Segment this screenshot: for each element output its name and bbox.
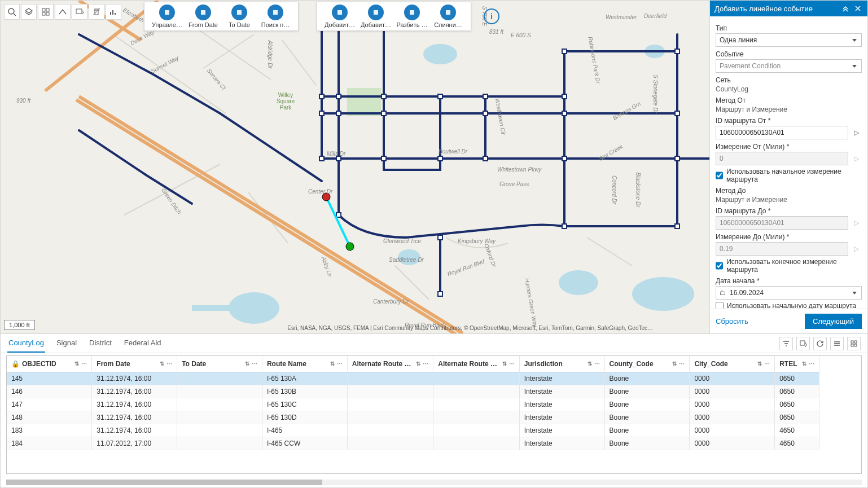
grid-selection-button[interactable]	[796, 337, 810, 350]
column-menu-icon[interactable]: ⋯	[423, 360, 428, 367]
horizontal-scrollbar[interactable]	[6, 480, 862, 485]
col-header[interactable]: Alternate Route …⇅⋯	[347, 356, 433, 372]
toolbar-filter[interactable]: From Date	[185, 5, 221, 28]
search-button[interactable]	[4, 4, 20, 20]
toolbar-search-plus[interactable]: Поиск п…	[257, 5, 293, 28]
panel-title: Добавить линейное событие	[714, 5, 813, 13]
svg-rect-52	[237, 10, 242, 15]
type-label: Тип	[716, 24, 862, 32]
col-header[interactable]: County_Code⇅⋯	[604, 356, 690, 372]
map-label: Grove Pass	[499, 181, 529, 187]
column-menu-icon[interactable]: ⋯	[809, 360, 814, 367]
basemap-button[interactable]	[38, 4, 54, 20]
chart-button[interactable]	[106, 4, 121, 20]
grid-filter-button[interactable]	[779, 337, 793, 350]
tab-federal-aid[interactable]: Federal Aid	[123, 334, 163, 353]
add-linear-event-panel: Добавить линейное событие Тип Одна линия…	[709, 1, 867, 333]
col-header[interactable]: From Date⇅⋯	[92, 356, 177, 372]
type-select[interactable]: Одна линия	[716, 33, 862, 47]
next-button[interactable]: Следующий	[805, 314, 862, 329]
table-row[interactable]: 14631.12.1974, 16:00I-65 130BInterstateB…	[7, 385, 819, 398]
column-menu-icon[interactable]: ⋯	[337, 360, 343, 367]
pick-route-to-icon[interactable]: ▷	[851, 217, 862, 228]
use-start-date-checkbox[interactable]: Использовать начальную дату маршрута	[716, 302, 862, 309]
col-header[interactable]: RTEL⇅⋯	[775, 356, 819, 372]
grid-options-button[interactable]	[847, 337, 861, 350]
table-row[interactable]: 14531.12.1974, 16:00I-65 130AInterstateB…	[7, 372, 819, 385]
table-row[interactable]: 18411.07.2012, 17:00I-465 CCWInterstateB…	[7, 437, 819, 450]
table-row[interactable]: 18331.12.1974, 16:00I-465InterstateBoone…	[7, 424, 819, 437]
sort-icon[interactable]: ⇅	[160, 360, 164, 367]
grid-refresh-button[interactable]	[813, 337, 827, 350]
svg-rect-27	[483, 156, 488, 161]
tab-district[interactable]: District	[88, 334, 113, 353]
toolbar-manage[interactable]: Управле…	[149, 5, 185, 28]
sort-icon[interactable]: ⇅	[74, 360, 79, 367]
toolbar-filter[interactable]: To Date	[221, 5, 257, 28]
clear-button[interactable]	[89, 4, 104, 20]
use-start-measure-checkbox[interactable]: Использовать начальное измерение маршрут…	[716, 168, 862, 183]
pick-route-from-icon[interactable]: ▷	[851, 127, 862, 138]
layers-button[interactable]	[21, 4, 37, 20]
sort-icon[interactable]: ⇅	[757, 360, 762, 367]
col-header[interactable]: City_Code⇅⋯	[690, 356, 775, 372]
toolbar-add-point[interactable]: Добавит…	[322, 5, 358, 28]
info-button[interactable]: i	[484, 8, 499, 24]
svg-rect-12	[336, 94, 341, 99]
svg-rect-15	[483, 94, 488, 99]
svg-rect-56	[410, 10, 414, 15]
close-icon[interactable]	[853, 3, 863, 14]
collapse-icon[interactable]	[840, 3, 851, 14]
sort-icon[interactable]: ⇅	[330, 360, 335, 367]
use-end-measure-checkbox[interactable]: Использовать конечное измерение маршрута	[716, 258, 862, 274]
map-label: Whitestown Pkwy	[497, 166, 541, 173]
sort-icon[interactable]: ⇅	[416, 360, 420, 367]
tab-countylog[interactable]: CountyLog	[7, 334, 45, 353]
column-menu-icon[interactable]: ⋯	[81, 360, 87, 367]
column-menu-icon[interactable]: ⋯	[166, 360, 172, 367]
table-row[interactable]: 14831.12.1974, 16:00I-65 130DInterstateB…	[7, 411, 819, 424]
col-header[interactable]: Alternate Route …⇅⋯	[433, 356, 520, 372]
network-label: Сеть	[716, 76, 862, 84]
start-date-input[interactable]: 🗀16.09.2024	[716, 286, 862, 300]
toolbar-split[interactable]: Разбить …	[394, 5, 430, 28]
table-row[interactable]: 14731.12.1974, 16:00I-65 130CInterstateB…	[7, 398, 819, 411]
sort-icon[interactable]: ⇅	[245, 360, 249, 367]
map-label: E 600 S	[511, 32, 531, 38]
map-label: Aldridge Dr	[267, 40, 273, 68]
col-header[interactable]: 🔒 OBJECTID⇅⋯	[7, 356, 92, 372]
pick-measure-to-icon[interactable]: ▷	[851, 243, 862, 254]
col-header[interactable]: To Date⇅⋯	[177, 356, 262, 372]
column-menu-icon[interactable]: ⋯	[252, 360, 257, 367]
select-button[interactable]	[72, 4, 87, 20]
sort-icon[interactable]: ⇅	[502, 360, 507, 367]
svg-rect-51	[201, 10, 205, 15]
svg-rect-31	[675, 49, 680, 54]
map-label: Canterbury Dr	[373, 298, 409, 305]
column-menu-icon[interactable]: ⋯	[679, 360, 685, 367]
sort-icon[interactable]: ⇅	[672, 360, 677, 367]
network-value: CountyLog	[716, 85, 862, 93]
toolbar-add-line[interactable]: Добавит…	[358, 5, 394, 28]
sort-icon[interactable]: ⇅	[802, 360, 806, 367]
col-header[interactable]: Route Name⇅⋯	[262, 356, 347, 372]
column-menu-icon[interactable]: ⋯	[594, 360, 600, 367]
column-menu-icon[interactable]: ⋯	[509, 360, 515, 367]
map-label: Concord Dr	[611, 175, 617, 204]
scale-bar: 1,000 ft	[4, 320, 35, 330]
measure-button[interactable]	[55, 4, 71, 20]
grid-columns-button[interactable]	[830, 337, 844, 350]
measure-to-label: Измерение До (Мили) *	[716, 233, 862, 241]
map-label: S Stonegate Dr	[652, 74, 659, 113]
pick-measure-from-icon[interactable]: ▷	[851, 153, 862, 164]
route-from-input[interactable]: 10600000650130A01	[716, 126, 848, 139]
column-menu-icon[interactable]: ⋯	[764, 360, 770, 367]
reset-button[interactable]: Сбросить	[716, 317, 748, 326]
measure-to-input: 0.19	[716, 242, 848, 256]
tab-signal[interactable]: Signal	[55, 334, 78, 353]
event-select[interactable]: Pavement Condition	[716, 59, 862, 73]
sort-icon[interactable]: ⇅	[588, 360, 592, 367]
svg-rect-17	[319, 111, 324, 116]
toolbar-merge[interactable]: Слияни…	[430, 5, 466, 28]
col-header[interactable]: Jurisdiction⇅⋯	[519, 356, 604, 372]
